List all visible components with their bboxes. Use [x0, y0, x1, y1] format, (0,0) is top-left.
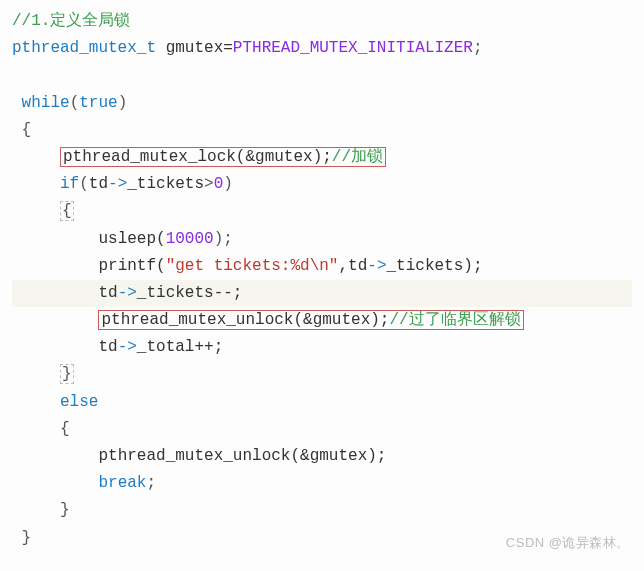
identifier: _total++; [137, 338, 223, 356]
code-line-8: { [12, 198, 632, 225]
paren: ) [118, 94, 128, 112]
code-line-blank [12, 62, 632, 89]
keyword-break: break [98, 474, 146, 492]
identifier: td [98, 284, 117, 302]
paren: ( [70, 94, 80, 112]
comment: //过了临界区解锁 [389, 311, 520, 329]
identifier: _tickets [127, 175, 204, 193]
identifier: gmutex= [156, 39, 233, 57]
code-line-7: if(td->_tickets>0) [12, 171, 632, 198]
type-keyword: pthread_mutex_t [12, 39, 156, 57]
keyword-else: else [60, 393, 98, 411]
code-line-5: { [12, 117, 632, 144]
paren: ) [223, 175, 233, 193]
string-literal: "get tickets:%d\n" [166, 257, 339, 275]
punctuation: ; [146, 474, 156, 492]
code-line-12: pthread_mutex_unlock(&gmutex);//过了临界区解锁 [12, 307, 632, 334]
operator: > [204, 175, 214, 193]
brace: { [60, 420, 70, 438]
code-line-19: } [12, 497, 632, 524]
identifier: td [89, 175, 108, 193]
number: 10000 [166, 230, 214, 248]
code-line-11: td->_tickets--; [12, 280, 632, 307]
comment: //1.定义全局锁 [12, 12, 130, 30]
code-line-2: pthread_mutex_t gmutex=PTHREAD_MUTEX_INI… [12, 35, 632, 62]
constant: PTHREAD_MUTEX_INITIALIZER [233, 39, 473, 57]
paren: ( [79, 175, 89, 193]
brace-open-marker: { [60, 201, 74, 221]
code-line-4: while(true) [12, 90, 632, 117]
brace: { [22, 121, 32, 139]
arrow-operator: -> [367, 257, 386, 275]
brace: } [62, 365, 72, 383]
identifier: td [98, 338, 117, 356]
code-line-17: pthread_mutex_unlock(&gmutex); [12, 443, 632, 470]
code-line-1: //1.定义全局锁 [12, 8, 632, 35]
function-call: pthread_mutex_unlock(&gmutex); [98, 447, 386, 465]
punctuation: ; [473, 39, 483, 57]
arrow-operator: -> [118, 338, 137, 356]
number: 0 [214, 175, 224, 193]
identifier: _tickets--; [137, 284, 243, 302]
code-line-13: td->_total++; [12, 334, 632, 361]
watermark: CSDN @诡异森林。 [506, 532, 630, 554]
brace: } [60, 501, 70, 519]
arrow-operator: -> [118, 284, 137, 302]
function-call: usleep( [98, 230, 165, 248]
brace-close-marker: } [60, 364, 74, 384]
punctuation: ); [214, 230, 233, 248]
keyword-true: true [79, 94, 117, 112]
code-line-18: break; [12, 470, 632, 497]
keyword-while: while [22, 94, 70, 112]
function-call: pthread_mutex_unlock(&gmutex); [101, 311, 389, 329]
highlighted-lock-call: pthread_mutex_lock(&gmutex);//加锁 [60, 147, 386, 167]
code-line-6: pthread_mutex_lock(&gmutex);//加锁 [12, 144, 632, 171]
function-call: printf( [98, 257, 165, 275]
function-call: pthread_mutex_lock(&gmutex); [63, 148, 332, 166]
identifier: ,td [338, 257, 367, 275]
highlighted-unlock-call: pthread_mutex_unlock(&gmutex);//过了临界区解锁 [98, 310, 523, 330]
arrow-operator: -> [108, 175, 127, 193]
code-line-14: } [12, 361, 632, 388]
keyword-if: if [60, 175, 79, 193]
code-line-9: usleep(10000); [12, 226, 632, 253]
identifier: _tickets); [386, 257, 482, 275]
code-line-10: printf("get tickets:%d\n",td->_tickets); [12, 253, 632, 280]
code-line-16: { [12, 416, 632, 443]
brace: } [22, 529, 32, 547]
brace: { [62, 202, 72, 220]
code-line-15: else [12, 389, 632, 416]
comment: //加锁 [332, 148, 383, 166]
